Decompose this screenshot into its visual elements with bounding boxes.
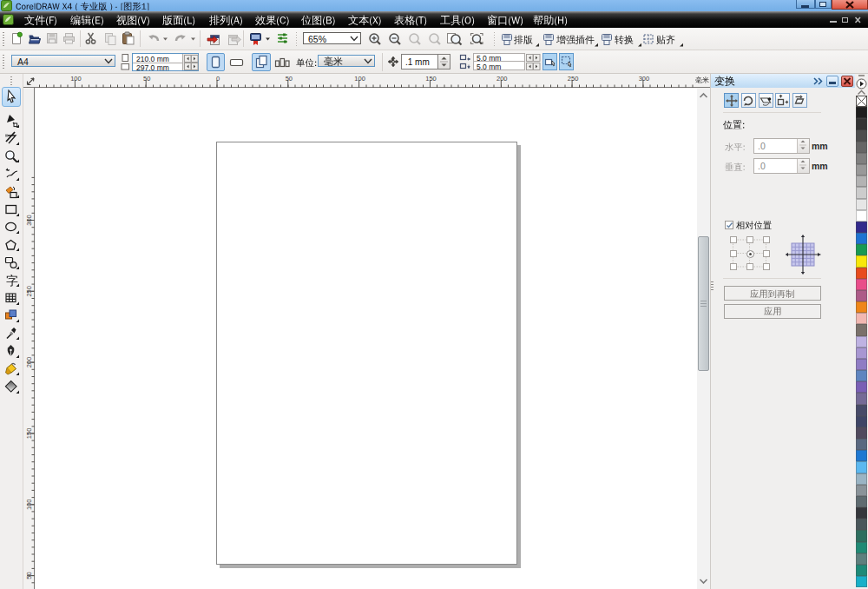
svg-text:0: 0 — [216, 75, 220, 83]
svg-text:50: 50 — [25, 572, 33, 579]
svg-text:100: 100 — [70, 75, 82, 83]
svg-text:50: 50 — [286, 75, 293, 83]
svg-text:200: 200 — [496, 75, 508, 83]
svg-text:150: 150 — [25, 428, 33, 440]
svg-text:300: 300 — [639, 75, 650, 83]
svg-text:100: 100 — [25, 500, 33, 511]
svg-text:200: 200 — [25, 357, 33, 368]
svg-text:250: 250 — [568, 75, 579, 83]
svg-text:50: 50 — [143, 75, 150, 83]
svg-text:100: 100 — [354, 75, 365, 83]
svg-text:150: 150 — [425, 75, 437, 83]
svg-text:250: 250 — [25, 286, 33, 297]
svg-text:300: 300 — [25, 215, 33, 226]
